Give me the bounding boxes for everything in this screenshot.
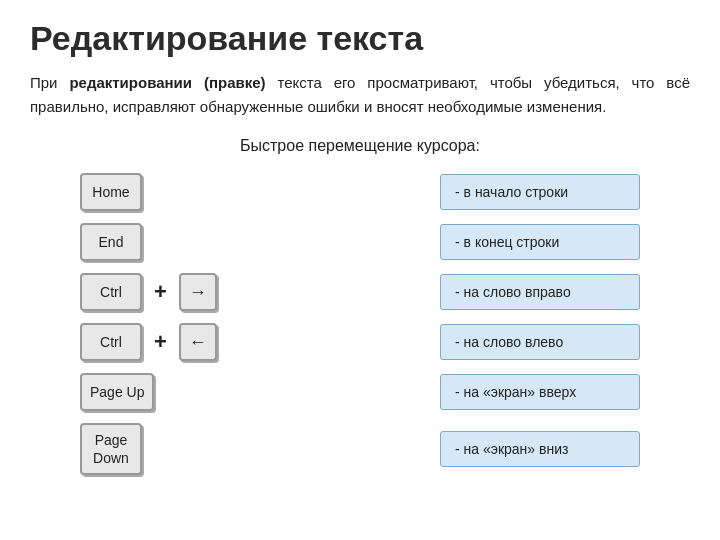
key-row-pagedown: PageDown - на «экран» вниз (80, 423, 690, 475)
intro-text-before: При (30, 74, 69, 91)
key-row-ctrl-right: Ctrl + → - на слово вправо (80, 273, 690, 311)
subtitle: Быстрое перемещение курсора: (30, 137, 690, 155)
description-ctrl-right: - на слово вправо (440, 274, 640, 310)
key-end[interactable]: End (80, 223, 142, 261)
key-pageup[interactable]: Page Up (80, 373, 154, 411)
intro-paragraph: При редактировании (правке) текста его п… (30, 71, 690, 119)
keyboard-section: Home - в начало строки End - в конец стр… (30, 173, 690, 475)
key-arrow-left[interactable]: ← (179, 323, 217, 361)
key-arrow-right[interactable]: → (179, 273, 217, 311)
description-home: - в начало строки (440, 174, 640, 210)
description-pageup: - на «экран» вверх (440, 374, 640, 410)
key-row-pageup: Page Up - на «экран» вверх (80, 373, 690, 411)
plus-icon-1: + (154, 279, 167, 305)
intro-bold: редактировании (правке) (69, 74, 265, 91)
description-ctrl-left: - на слово влево (440, 324, 640, 360)
page-title: Редактирование текста (30, 20, 690, 57)
description-end: - в конец строки (440, 224, 640, 260)
key-ctrl-2[interactable]: Ctrl (80, 323, 142, 361)
key-pagedown[interactable]: PageDown (80, 423, 142, 475)
plus-icon-2: + (154, 329, 167, 355)
key-row-end: End - в конец строки (80, 223, 690, 261)
key-home[interactable]: Home (80, 173, 142, 211)
key-ctrl-1[interactable]: Ctrl (80, 273, 142, 311)
key-row-ctrl-left: Ctrl + ← - на слово влево (80, 323, 690, 361)
description-pagedown: - на «экран» вниз (440, 431, 640, 467)
key-row-home: Home - в начало строки (80, 173, 690, 211)
